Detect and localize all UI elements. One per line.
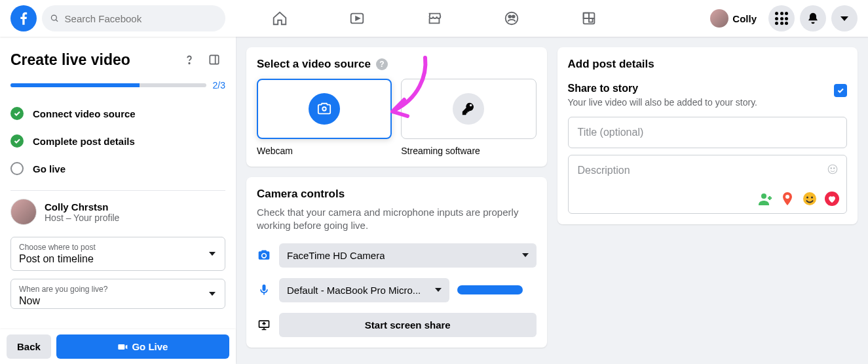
svg-point-3 bbox=[505, 12, 518, 25]
chevron-down-icon bbox=[522, 253, 529, 257]
profile-name: Colly bbox=[732, 13, 757, 24]
step-go-live: Go live bbox=[10, 155, 225, 182]
camera-select[interactable]: FaceTime HD Camera bbox=[279, 243, 537, 268]
help-icon[interactable]: ? bbox=[376, 58, 388, 70]
left-sidebar: Create live video 2/3 Connect video sour… bbox=[0, 37, 236, 364]
emoji-picker-icon[interactable] bbox=[827, 163, 839, 178]
host-name: Colly Chrstsn bbox=[45, 201, 119, 212]
microphone-icon bbox=[257, 283, 271, 296]
avatar bbox=[710, 9, 728, 28]
svg-point-0 bbox=[51, 15, 56, 20]
post-details-card: Add post details Share to story Your liv… bbox=[557, 47, 858, 224]
svg-line-1 bbox=[56, 20, 58, 22]
nav-home[interactable] bbox=[244, 2, 316, 35]
svg-rect-8 bbox=[210, 55, 218, 64]
camera-icon bbox=[257, 249, 271, 262]
go-live-button[interactable]: Go Live bbox=[56, 334, 229, 359]
host-avatar bbox=[10, 199, 37, 225]
progress-bar bbox=[10, 83, 206, 87]
description-input[interactable]: Description bbox=[568, 155, 848, 214]
nav-watch[interactable] bbox=[321, 2, 393, 35]
nav-groups[interactable] bbox=[476, 2, 548, 35]
source-streaming-software[interactable]: Streaming software bbox=[401, 79, 536, 156]
check-icon bbox=[10, 134, 24, 148]
search-field[interactable] bbox=[42, 5, 225, 31]
page-title: Create live video bbox=[10, 51, 176, 69]
facebook-logo[interactable] bbox=[10, 5, 37, 31]
video-icon bbox=[117, 342, 128, 352]
help-icon[interactable] bbox=[178, 49, 200, 71]
card-title: Camera controls bbox=[257, 188, 537, 201]
svg-point-16 bbox=[806, 197, 808, 199]
when-live-select[interactable]: When are you going live? Now bbox=[10, 279, 225, 309]
menu-grid-button[interactable] bbox=[768, 5, 795, 31]
camera-controls-card: Camera controls Check that your camera a… bbox=[246, 177, 547, 348]
svg-point-13 bbox=[834, 168, 835, 169]
svg-point-14 bbox=[761, 193, 766, 199]
search-input[interactable] bbox=[65, 13, 217, 24]
card-subtitle: Check that your camera and microphone in… bbox=[257, 206, 537, 233]
source-webcam[interactable]: Webcam bbox=[257, 79, 392, 156]
header-right: Colly bbox=[708, 5, 858, 31]
account-menu-button[interactable] bbox=[831, 5, 858, 31]
svg-point-11 bbox=[828, 165, 837, 174]
panel-icon[interactable] bbox=[203, 49, 225, 71]
top-nav bbox=[244, 2, 625, 35]
tag-people-icon[interactable] bbox=[757, 191, 773, 207]
video-source-card: Select a video source ? Webc bbox=[246, 47, 547, 167]
svg-point-17 bbox=[811, 197, 813, 199]
microphone-select[interactable]: Default - MacBook Pro Micro... bbox=[279, 278, 449, 302]
chevron-down-icon bbox=[209, 292, 216, 296]
card-title: Add post details bbox=[568, 58, 848, 71]
back-button[interactable]: Back bbox=[7, 334, 51, 359]
card-title: Select a video source bbox=[257, 58, 371, 71]
check-icon bbox=[10, 107, 24, 120]
host-subtitle: Host – Your profile bbox=[45, 212, 119, 223]
grid-icon bbox=[775, 12, 788, 25]
feeling-icon[interactable] bbox=[802, 191, 818, 207]
charity-icon[interactable] bbox=[824, 191, 840, 207]
camera-icon bbox=[309, 93, 340, 125]
check-icon bbox=[837, 87, 844, 94]
step-connect-source: Connect video source bbox=[10, 100, 225, 127]
step-post-details: Complete post details bbox=[10, 127, 225, 155]
title-input[interactable]: Title (optional) bbox=[568, 117, 848, 148]
chevron-down-icon bbox=[209, 252, 216, 256]
progress-text: 2/3 bbox=[213, 80, 225, 91]
caret-down-icon bbox=[840, 16, 848, 21]
share-to-story-checkbox[interactable] bbox=[834, 84, 847, 97]
empty-circle-icon bbox=[10, 162, 24, 175]
nav-gaming[interactable] bbox=[553, 2, 625, 35]
location-icon[interactable] bbox=[780, 191, 795, 207]
progress-row: 2/3 bbox=[0, 76, 236, 100]
start-screen-share-button[interactable]: Start screen share bbox=[279, 313, 537, 337]
mic-level-indicator bbox=[457, 285, 523, 294]
profile-chip[interactable]: Colly bbox=[708, 7, 763, 30]
share-to-story-sub: Your live video will also be added to yo… bbox=[568, 97, 758, 108]
screen-share-icon bbox=[257, 318, 271, 331]
nav-marketplace[interactable] bbox=[398, 2, 470, 35]
host-info: Colly Chrstsn Host – Your profile bbox=[0, 199, 236, 233]
share-to-story-label: Share to story bbox=[568, 83, 758, 94]
post-location-select[interactable]: Choose where to post Post on timeline bbox=[10, 237, 225, 271]
svg-point-12 bbox=[831, 168, 832, 169]
svg-point-7 bbox=[189, 63, 189, 64]
svg-point-5 bbox=[512, 15, 514, 18]
divider bbox=[10, 190, 225, 191]
svg-point-15 bbox=[803, 192, 816, 205]
sidebar-footer: Back Go Live bbox=[0, 329, 236, 364]
key-icon bbox=[453, 93, 484, 125]
bell-icon bbox=[806, 12, 820, 25]
top-header: Colly bbox=[0, 0, 868, 37]
chevron-down-icon bbox=[435, 288, 442, 292]
svg-point-4 bbox=[508, 15, 511, 18]
notifications-button[interactable] bbox=[800, 5, 826, 31]
